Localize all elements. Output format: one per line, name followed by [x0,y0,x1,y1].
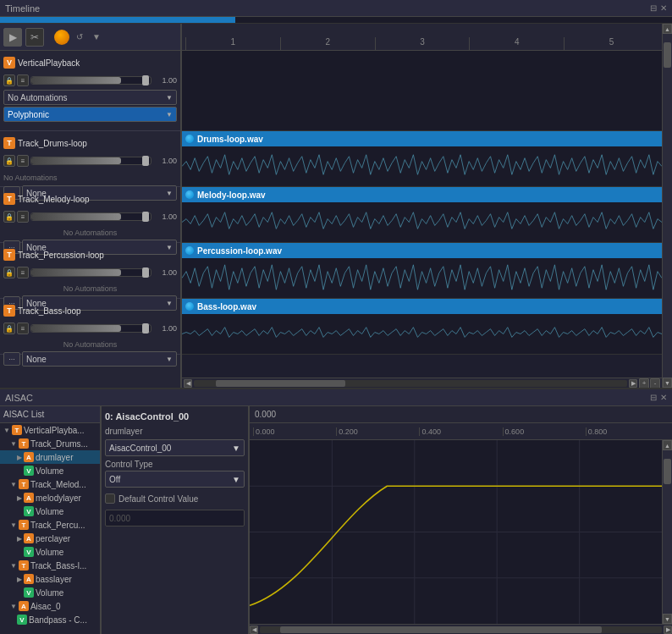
curve-header: 0.000 [250,406,672,423]
tree-icon-drums: T [19,438,29,449]
automations-label-drums: No Automations [3,171,58,185]
timeline-scroll-track[interactable] [194,380,627,387]
tree-item-volume-melody[interactable]: V Volume [0,504,100,518]
curve-area[interactable] [250,440,662,624]
aisac-control-dropdown[interactable]: AisacControl_00 ▼ [105,439,245,456]
waveform-name-melody: Melody-loop.wav [197,190,266,200]
track-lock-icon-percussion[interactable]: 🔒 [3,267,15,278]
tree-icon-vol-melody: V [24,506,34,516]
tree-item-verticalplayback[interactable]: ▼ T VerticalPlayba... [0,423,100,437]
track-mute-icon[interactable]: ≡ [17,74,29,86]
zoom-out-button[interactable]: - [650,378,660,389]
ruler-mark-2: 2 [280,37,375,50]
waveform-header-melody: Melody-loop.wav [182,187,662,202]
scroll-left-button[interactable]: ◀ [184,379,192,388]
scroll-right-button[interactable]: ▶ [629,379,637,388]
tree-item-track-drums[interactable]: ▼ T Track_Drums... [0,437,100,450]
cut-tool-button[interactable]: ✂ [25,28,44,47]
tree-item-bandpass[interactable]: V Bandpass - C... [0,613,100,626]
timeline-v-scroll-track[interactable] [663,34,672,378]
mode-select-vp[interactable]: Polyphonic ▼ [3,107,177,122]
tree-item-track-bass[interactable]: ▼ T Track_Bass-l... [0,559,100,572]
track-controls-row-bass: 🔒 ≡ 1.00 [3,321,177,336]
aisac-window-controls: ⊟ ✕ [650,393,667,402]
aisac-h-scrollbar[interactable]: ◀ ▶ [250,624,672,634]
aisac-default-control-row: Default Control Value [105,491,245,506]
scroll-down-button[interactable]: ▼ [663,378,672,388]
waveform-track-drums[interactable]: Drums-loop.wav // Generated waveform lin… [182,131,662,187]
track-volume-slider-drums[interactable] [30,157,151,165]
waveform-track-percussion[interactable]: Percussion-loop.wav [182,243,662,299]
timeline-window-controls: ⊟ ✕ [650,3,667,13]
curve-ruler-mark-1: 0.200 [336,427,419,436]
tree-item-track-melody[interactable]: ▼ T Track_Melod... [0,477,100,491]
timeline-close-icon[interactable]: ✕ [660,3,667,13]
zoom-in-button[interactable]: + [639,378,649,389]
tree-item-melodylayer[interactable]: ▶ A melodylayer [0,491,100,504]
aisac-scroll-down-button[interactable]: ▼ [663,614,672,624]
tree-arrow-vp: ▼ [3,427,10,434]
aisac-close-icon[interactable]: ✕ [660,393,667,402]
track-mute-icon-percussion[interactable]: ≡ [17,267,29,278]
track-controls-panel: ▶ ✂ ↺ ▼ V VerticalPlayback 🔒 ≡ [0,24,182,388]
tree-item-track-percussion[interactable]: ▼ T Track_Percu... [0,518,100,532]
aisac-scroll-left-button[interactable]: ◀ [250,626,258,634]
aisac-scroll-up-button[interactable]: ▲ [663,440,672,450]
waveform-track-bass[interactable]: Bass-loop.wav [182,299,662,355]
aisac-default-control-checkbox[interactable] [105,493,115,504]
ruler-marks: 1 2 3 4 5 [182,24,662,50]
track-block-percussion: T Track_Percussion-loop 🔒 ≡ 1.00 No Auto… [0,243,180,299]
tree-item-basslayer[interactable]: ▶ A basslayer [0,572,100,586]
tree-item-aisac0[interactable]: ▼ A Aisac_0 [0,599,100,613]
track-dots-button-bass[interactable]: ··· [3,352,20,366]
tree-icon-basslayer: A [24,574,34,584]
waveform-body-bass [182,314,662,354]
settings-icon: ▼ [90,30,103,44]
waveform-svg-melody [182,202,662,242]
aisac-scroll-track[interactable] [260,626,662,633]
waveform-svg-drums: // Generated waveform lines for drums [182,146,662,186]
track-header-drums: T Track_Drums-loop [3,135,177,152]
scroll-up-button[interactable]: ▲ [663,24,672,34]
track-controls-row-drums: 🔒 ≡ 1.00 [3,153,177,168]
waveform-track-melody[interactable]: Melody-loop.wav [182,187,662,243]
track-volume-slider-melody[interactable] [30,212,151,221]
tree-item-volume-percussion[interactable]: V Volume [0,545,100,559]
timeline-minimize-icon[interactable]: ⊟ [650,3,657,13]
select-tool-button[interactable]: ▶ [3,28,22,47]
aisac-v-scroll-track[interactable] [663,450,672,614]
track-mute-icon-drums[interactable]: ≡ [17,155,29,167]
track-volume-slider-bass[interactable] [30,324,151,333]
track-lock-icon-drums[interactable]: 🔒 [3,155,15,167]
tree-item-drumlayer[interactable]: ▶ A drumlayer [0,450,100,464]
track-volume-slider-vp[interactable] [30,76,151,85]
aisac-v-scrollbar: ▲ ▼ [662,440,672,624]
track-type-badge-melody: T [3,193,15,205]
track-mute-icon-melody[interactable]: ≡ [17,211,29,223]
aisac-control-type-dropdown[interactable]: Off ▼ [105,471,245,488]
tree-item-volume-bass[interactable]: V Volume [0,586,100,599]
waveform-dot-percussion [185,246,194,255]
mode-select-bass[interactable]: None ▼ [22,351,177,367]
tree-icon-melody: T [19,479,29,489]
aisac-scroll-right-button[interactable]: ▶ [664,626,672,634]
automations-select-vp[interactable]: No Automations ▼ [3,90,177,105]
tree-item-perclayer[interactable]: ▶ A perclayer [0,532,100,545]
ruler-mark-4: 4 [469,37,564,50]
tree-icon-drumlayer: A [24,452,34,462]
waveform-name-drums: Drums-loop.wav [197,135,263,144]
aisac-minimize-icon[interactable]: ⊟ [650,393,657,402]
track-lock-icon[interactable]: 🔒 [3,74,15,86]
aisac-default-value-box[interactable]: 0.000 [105,510,245,526]
track-lock-icon-bass[interactable]: 🔒 [3,323,15,334]
track-lock-icon-melody[interactable]: 🔒 [3,211,15,223]
timeline-body: ▶ ✂ ↺ ▼ V VerticalPlayback 🔒 ≡ [0,24,672,388]
track-volume-value-melody: 1.00 [153,212,177,221]
tree-icon-bandpass: V [17,615,27,625]
timeline-h-scrollbar[interactable]: ◀ ▶ + - [182,378,662,388]
track-volume-slider-percussion[interactable] [30,268,151,277]
tree-item-volume-drums[interactable]: V Volume [0,464,100,477]
track-mute-icon-bass[interactable]: ≡ [17,323,29,334]
empty-track-vp [182,51,662,131]
tree-icon-perclayer: A [24,533,34,543]
